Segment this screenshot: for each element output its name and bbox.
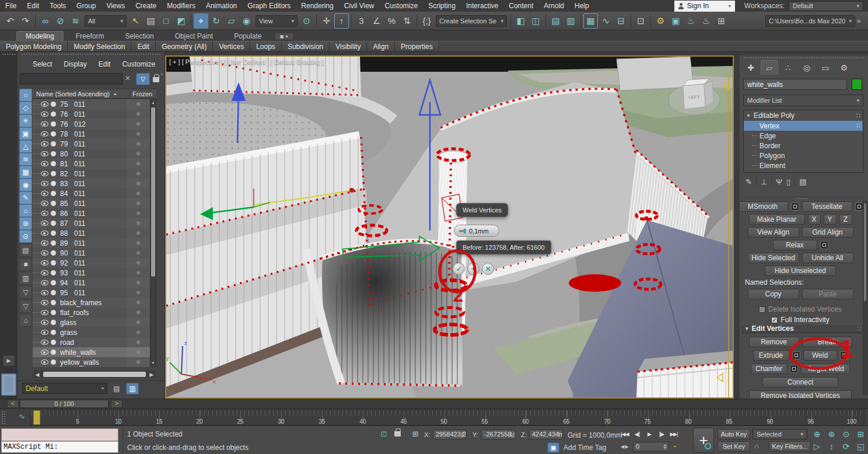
configure-modifier-sets-icon[interactable]: ▤	[799, 177, 806, 186]
filter-lights-icon[interactable]: ☀	[19, 114, 32, 127]
ribbon-tab[interactable]: Selection	[116, 32, 162, 41]
explorer-row[interactable]: road	[33, 337, 150, 347]
hide-unselected-button[interactable]: Hide Unselected	[765, 266, 836, 276]
planar-z-button[interactable]: Z	[839, 214, 852, 225]
render-toggle-icon[interactable]	[51, 121, 56, 127]
remove-modifier-icon[interactable]: ▯	[786, 177, 790, 186]
layers-icon[interactable]: ▤	[110, 383, 123, 394]
frozen-toggle-icon[interactable]	[127, 298, 150, 308]
render-toggle-icon[interactable]	[51, 111, 56, 117]
filter-bones-icon[interactable]: ✎	[19, 191, 32, 204]
modifier-list-dropdown[interactable]: Modifier List	[743, 95, 863, 106]
full-interactivity-checkbox[interactable]	[771, 317, 778, 323]
redo-icon[interactable]: ↷	[18, 13, 33, 29]
visibility-eye-icon[interactable]	[41, 221, 48, 226]
scroll-down-icon[interactable]: ▼	[150, 360, 156, 366]
visibility-eye-icon[interactable]	[41, 330, 48, 335]
go-to-end-icon[interactable]: ▶▶|	[668, 429, 679, 439]
workspace-basket-icon[interactable]: ⌂	[19, 314, 32, 327]
ribbon-panel-button[interactable]: Properties	[395, 41, 439, 51]
explorer-row[interactable]: 87 011	[33, 218, 150, 228]
relax-button[interactable]: Relax	[773, 240, 817, 250]
selection-lock-icon[interactable]	[394, 431, 401, 436]
window-crossing-toggle-icon[interactable]: ◩	[174, 13, 188, 29]
rollout-separator[interactable]: •••••	[743, 197, 863, 200]
filter-config-icon[interactable]: ▽	[19, 286, 32, 299]
visibility-eye-icon[interactable]	[41, 280, 48, 285]
time-slider[interactable]	[33, 410, 40, 425]
frozen-toggle-icon[interactable]	[127, 188, 150, 198]
visibility-eye-icon[interactable]	[41, 340, 48, 345]
frozen-toggle-icon[interactable]	[127, 198, 150, 208]
menu-item[interactable]: Help	[569, 0, 594, 12]
explorer-row[interactable]: 76 011	[33, 109, 150, 119]
explorer-row[interactable]: 83 011	[33, 179, 150, 188]
ribbon-panel-button[interactable]: Subdivision	[282, 41, 330, 51]
ribbon-panel-button[interactable]: Geometry (All)	[156, 41, 213, 51]
toolbar-button[interactable]	[33, 13, 37, 29]
menu-item[interactable]: Customize	[380, 0, 424, 12]
filter-funnel-icon[interactable]: ▽	[19, 300, 32, 313]
y-coordinate-field[interactable]: -2672558,(	[481, 429, 515, 439]
grid-align-button[interactable]: Grid Align	[802, 227, 853, 238]
stack-subobject-item[interactable]: Polygon	[744, 151, 863, 160]
frozen-toggle-icon[interactable]	[127, 139, 150, 149]
explorer-menu-item[interactable]: Select	[33, 60, 52, 68]
sort-list-icon[interactable]: ▤	[19, 244, 32, 257]
z-coordinate-field[interactable]: 4242,434m	[529, 429, 563, 439]
maximize-viewport-icon[interactable]: ◱	[853, 440, 868, 452]
object-name-field[interactable]	[743, 79, 847, 90]
explorer-row[interactable]: black_frames	[33, 298, 150, 308]
toggle-layer-explorer-icon[interactable]: ▥	[564, 13, 578, 29]
visibility-eye-icon[interactable]	[41, 171, 48, 176]
hide-selected-button[interactable]: Hide Selected	[748, 253, 799, 263]
explorer-row[interactable]: 95 011	[33, 288, 150, 298]
ribbon-tab[interactable]: Freeform	[67, 32, 113, 41]
sign-in-button[interactable]: Sign In ▾	[674, 1, 735, 12]
visibility-eye-icon[interactable]	[41, 141, 48, 146]
copy-button[interactable]: Copy	[748, 289, 799, 299]
stack-subobject-item[interactable]: Edge	[744, 131, 863, 141]
visibility-eye-icon[interactable]	[41, 240, 48, 246]
active-layer-dropdown[interactable]: Default	[22, 383, 107, 394]
modify-tab-icon[interactable]: ▱	[761, 60, 778, 75]
stack-tool-icon[interactable]	[771, 177, 772, 186]
edit-vertices-rollout-header[interactable]: Edit Vertices	[742, 324, 864, 333]
add-time-tag[interactable]: Add Time Tag	[564, 443, 606, 452]
explorer-row[interactable]: 84 011	[33, 188, 150, 198]
select-and-rotate-icon[interactable]: ↻	[209, 13, 223, 29]
unlink-selection-icon[interactable]: ⊘	[53, 13, 68, 29]
rectangular-selection-region-icon[interactable]: □	[159, 13, 173, 29]
msmooth-settings-icon[interactable]	[791, 202, 799, 211]
connect-button[interactable]: Connect	[762, 377, 838, 387]
explorer-menu-item[interactable]: Customize	[122, 60, 155, 68]
color-swatch[interactable]	[1, 373, 16, 396]
explorer-row[interactable]: 93 011	[33, 268, 150, 278]
explorer-row[interactable]: 85 011	[33, 198, 150, 208]
chamfer-settings-icon[interactable]	[790, 365, 798, 373]
explorer-row[interactable]: 92 011	[33, 258, 150, 268]
render-toggle-icon[interactable]	[51, 141, 56, 146]
explorer-row[interactable]: 75 011	[33, 99, 150, 109]
next-frame-icon[interactable]: ||▶	[656, 429, 667, 439]
stack-subobject-item[interactable]: Vertex ∷	[744, 121, 863, 131]
menu-item[interactable]: Arnold	[538, 0, 569, 12]
explorer-row[interactable]: yellow_walls	[33, 357, 150, 367]
menu-item[interactable]: Scripting	[423, 0, 461, 12]
project-folder-icon[interactable]: ⊡	[634, 13, 648, 29]
visibility-eye-icon[interactable]	[41, 161, 48, 166]
render-toggle-icon[interactable]	[51, 320, 56, 325]
ribbon-panel-button[interactable]: Vertices	[213, 41, 250, 51]
explorer-row[interactable]: 86 011	[33, 208, 150, 218]
clear-search-icon[interactable]: ✕	[125, 74, 131, 82]
display-tab-icon[interactable]: ▭	[817, 60, 834, 75]
keyboard-shortcut-override-icon[interactable]: ↑	[334, 13, 349, 29]
explorer-row[interactable]: flat_roofs	[33, 308, 150, 317]
zoom-extents-all-icon[interactable]: ⊞	[853, 428, 868, 440]
paste-button[interactable]: Paste	[802, 289, 853, 299]
render-toggle-icon[interactable]	[51, 260, 56, 266]
panel-scrollbar[interactable]	[863, 201, 867, 395]
pin-stack-icon[interactable]: ✎	[746, 177, 752, 186]
render-toggle-icon[interactable]	[51, 290, 56, 295]
key-filters-button[interactable]: Key Filters...	[769, 441, 811, 452]
